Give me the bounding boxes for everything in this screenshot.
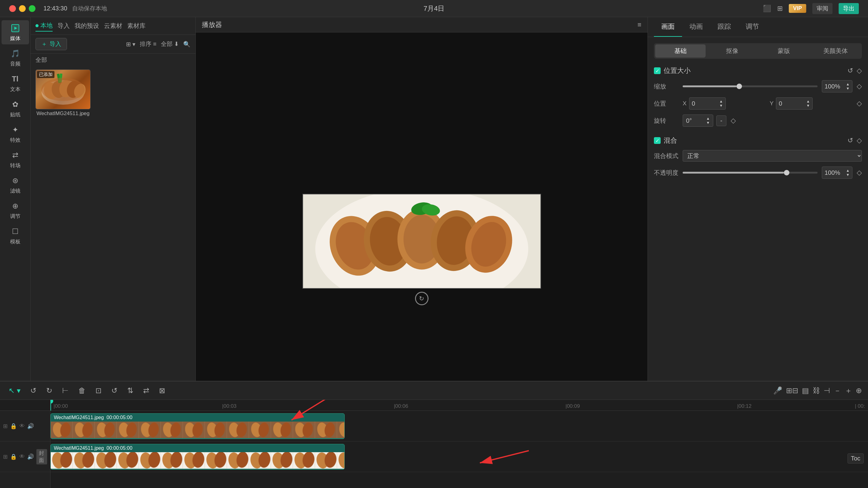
sort-button[interactable]: 排序 ≡ — [140, 40, 156, 48]
tab-cloud[interactable]: 云素材 — [104, 21, 122, 31]
blend-mode-select[interactable]: 正常 — [683, 150, 862, 162]
subtab-beauty[interactable]: 美颜美体 — [810, 45, 861, 58]
sidebar-item-text[interactable]: Tl 文本 — [2, 71, 29, 95]
text-icon: Tl — [10, 74, 21, 85]
rotation-value-box[interactable]: 0° ▲ ▼ — [683, 115, 713, 127]
link-button[interactable]: ⛓ — [813, 386, 820, 395]
subtab-keying[interactable]: 抠像 — [707, 45, 757, 58]
opacity-slider[interactable] — [683, 172, 817, 174]
ruler-tick-3: |00:03 — [222, 403, 237, 409]
svg-point-3 — [41, 80, 85, 105]
y-value-box[interactable]: 0 ▲ ▼ — [776, 97, 813, 110]
delete-button[interactable]: 🗑 — [76, 385, 88, 396]
track2-eye-icon: 👁 — [19, 453, 25, 460]
copy-button[interactable]: ⊡ — [93, 385, 104, 396]
stitch-button[interactable]: ⊞⊟ — [786, 386, 798, 395]
tab-animation[interactable]: 动画 — [682, 17, 710, 37]
blend-checkbox[interactable]: ✓ — [654, 137, 661, 144]
zoom-slider[interactable] — [683, 85, 817, 87]
media-tools: ⊞ ▾ 排序 ≡ 全部 ⬇ 🔍 — [126, 40, 190, 48]
tl-clip-2[interactable]: WechatIMG24511.jpeg 00:00:05:00 — [51, 444, 345, 470]
keyframe-zoom-button[interactable]: ◇ — [857, 82, 862, 90]
rotation-spin[interactable]: ▲ ▼ — [706, 116, 710, 125]
keyframe-rotation-button[interactable]: ◇ — [731, 117, 736, 124]
tab-adjust[interactable]: 调节 — [738, 17, 767, 37]
zoom-value-box[interactable]: 100% ▲ ▼ — [822, 80, 852, 92]
redo-button[interactable]: ↻ — [44, 385, 55, 396]
sidebar-item-effects[interactable]: ✦ 特效 — [2, 122, 29, 146]
sidebar-item-audio[interactable]: 🎵 音频 — [2, 46, 29, 70]
tl-clip-1[interactable]: WechatIMG24511.jpeg 00:00:05:00 — [51, 413, 345, 439]
opacity-spin[interactable]: ▲ ▼ — [846, 168, 850, 177]
replay-button[interactable]: ↺ — [109, 385, 120, 396]
subtab-basic[interactable]: 基础 — [655, 45, 706, 58]
position-size-checkbox[interactable]: ✓ — [654, 67, 661, 74]
player-menu-button[interactable]: ≡ — [638, 21, 641, 29]
rotation-value: 0° — [686, 117, 692, 124]
tab-canvas[interactable]: 画面 — [654, 17, 682, 37]
flip-button[interactable]: ⇅ — [125, 385, 136, 396]
timeline-toolbar: ↖ ▾ ↺ ↻ ⊢ 🗑 ⊡ ↺ ⇅ ⇄ ⊠ 🎤 ⊞⊟ ▤ ⛓ ⊣ － ＋ ⊕ — [0, 381, 868, 400]
align-button[interactable]: ⊣ — [824, 386, 830, 395]
minimize-window-button[interactable] — [19, 5, 26, 12]
media-filename: WechatIMG24511.jpeg — [35, 111, 91, 117]
close-window-button[interactable] — [9, 5, 16, 12]
select-tool-button[interactable]: ↖ ▾ — [6, 385, 23, 396]
zoom-spin[interactable]: ▲ ▼ — [846, 82, 850, 91]
reset-position-button[interactable]: ↺ — [847, 67, 853, 75]
search-button[interactable]: 🔍 — [183, 41, 190, 48]
keyframe-opacity-button[interactable]: ◇ — [857, 169, 862, 177]
undo-button[interactable]: ↺ — [28, 385, 39, 396]
rotate-handle[interactable]: ↻ — [415, 292, 429, 305]
sidebar-item-template[interactable]: ☐ 模板 — [2, 224, 29, 248]
blend-label: ✓ 混合 — [654, 136, 677, 145]
export-button[interactable]: 导出 — [839, 3, 859, 14]
maximize-window-button[interactable] — [29, 5, 35, 12]
svg-point-7 — [65, 79, 83, 99]
crop-button[interactable]: ⊠ — [157, 385, 167, 396]
ruler-tick-12: |00:12 — [737, 403, 751, 409]
sidebar-item-filter[interactable]: ⊛ 滤镜 — [2, 173, 29, 197]
opacity-thumb[interactable] — [784, 170, 789, 175]
y-spin[interactable]: ▲ ▼ — [806, 99, 810, 108]
sidebar-item-adjust[interactable]: ⊕ 调节 — [2, 198, 29, 222]
sidebar-item-media[interactable]: 媒体 — [2, 20, 29, 45]
x-value-box[interactable]: 0 ▲ ▼ — [689, 97, 726, 110]
sidebar-item-transition[interactable]: ⇄ 转场 — [2, 147, 29, 171]
keyframe-position-xy-button[interactable]: ◇ — [857, 99, 862, 108]
sidebar-item-sticker[interactable]: ✿ 贴纸 — [2, 96, 29, 121]
zoom-in-button[interactable]: ＋ — [845, 386, 852, 396]
split-button[interactable]: ⊢ — [60, 385, 71, 396]
keyframe-position-button[interactable]: ◇ — [857, 67, 862, 75]
opacity-value-box[interactable]: 100% ▲ ▼ — [822, 167, 852, 179]
subtab-mask[interactable]: 蒙版 — [758, 45, 809, 58]
tab-library[interactable]: 素材库 — [127, 21, 146, 31]
x-spin[interactable]: ▲ ▼ — [719, 99, 723, 108]
zoom-out-button[interactable]: － — [834, 386, 841, 396]
zoom-thumb[interactable] — [737, 84, 742, 89]
sidebar-item-label-template: 模板 — [10, 238, 21, 245]
rotation-minus-button[interactable]: - — [716, 115, 726, 126]
tab-tracking[interactable]: 跟踪 — [710, 17, 738, 37]
keyframe-blend-button[interactable]: ◇ — [857, 137, 862, 144]
reset-blend-button[interactable]: ↺ — [847, 137, 853, 144]
opacity-fill — [683, 172, 784, 174]
mirror-button[interactable]: ⇄ — [141, 385, 152, 396]
tab-local[interactable]: 本地 — [35, 20, 53, 32]
tab-import[interactable]: 导入 — [58, 21, 70, 31]
vip-badge[interactable]: VIP — [789, 4, 806, 13]
tab-preset[interactable]: 我的预设 — [74, 21, 99, 31]
mic-button[interactable]: 🎤 — [773, 386, 782, 395]
all-filter-button[interactable]: 全部 ⬇ — [161, 40, 179, 48]
review-button[interactable]: 审阅 — [812, 3, 833, 14]
list-item[interactable]: 已添加 WechatIMG24511.jpeg — [35, 69, 91, 117]
group-button[interactable]: ▤ — [802, 386, 809, 395]
cover-tag: 封面 — [36, 449, 47, 464]
playhead[interactable] — [51, 400, 51, 410]
titlebar-left: 12:43:30 自动保存本地 — [9, 5, 107, 12]
grid-view-button[interactable]: ⊞ ▾ — [126, 41, 135, 48]
import-button[interactable]: ＋ 导入 — [35, 38, 67, 50]
ruler-tick-end: | 00: — [855, 403, 865, 409]
transition-icon: ⇄ — [10, 150, 21, 161]
timeline-expand-button[interactable]: ⊕ — [856, 386, 862, 395]
